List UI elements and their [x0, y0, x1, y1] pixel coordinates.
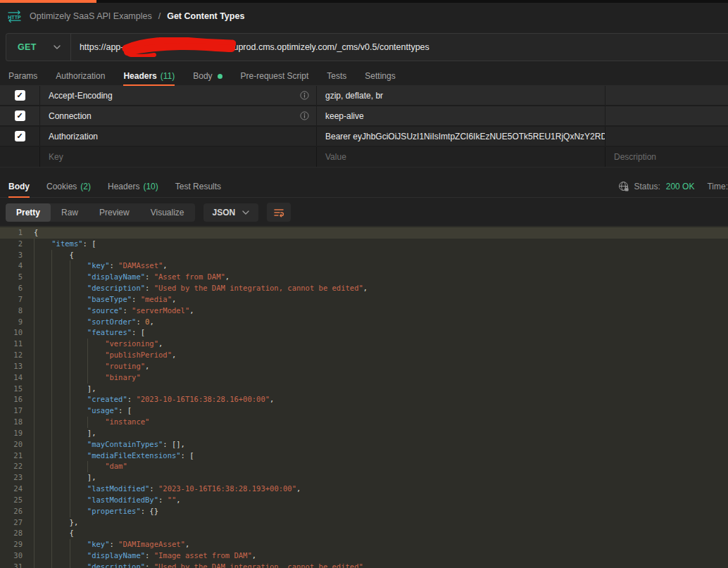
code-line[interactable]: 19],: [0, 428, 728, 439]
request-tab-authorization[interactable]: Authorization: [56, 67, 105, 85]
code-line[interactable]: 31"description": "Used by the DAM integr…: [0, 562, 728, 568]
request-url-bar: GET https://app- uprod.cms.optimizely.co…: [6, 33, 728, 61]
description-placeholder[interactable]: Description: [605, 147, 728, 167]
response-tabs: BodyCookies(2)Headers(10)Test Results: [0, 176, 230, 197]
method-selector[interactable]: GET: [6, 34, 70, 61]
globe-lock-icon: [618, 181, 629, 192]
response-tab-cookies[interactable]: Cookies(2): [46, 176, 91, 197]
header-placeholder-row: KeyValueDescription: [0, 147, 728, 168]
breadcrumb-separator: /: [158, 11, 161, 21]
postman-window: HTTP Optimizely SaaS API Examples / Get …: [0, 0, 728, 568]
breadcrumb-collection[interactable]: Optimizely SaaS API Examples: [30, 11, 152, 21]
header-key-cell[interactable]: Accept-Encoding: [40, 86, 317, 105]
line-number: 19: [0, 428, 23, 439]
line-number: 20: [0, 439, 23, 450]
code-line[interactable]: 6"description": "Used by the DAM integra…: [0, 283, 728, 294]
request-tab-pre-request-script[interactable]: Pre-request Script: [241, 67, 309, 85]
code-text: "properties": {}: [34, 506, 158, 517]
line-number: 5: [0, 272, 23, 283]
headers-table: ✓Accept-Encodinggzip, deflate, br✓Connec…: [0, 86, 728, 168]
code-line[interactable]: 4"key": "DAMAsset",: [0, 260, 728, 272]
response-tab-headers[interactable]: Headers(10): [108, 176, 158, 197]
code-text: "binary": [34, 372, 141, 384]
response-body-editor[interactable]: 1{2"items": [3{4"key": "DAMAsset",5"disp…: [0, 226, 728, 568]
header-description-cell[interactable]: [605, 86, 728, 105]
header-value-cell[interactable]: gzip, deflate, br: [317, 86, 605, 105]
code-line[interactable]: 17"usage": [: [0, 405, 728, 417]
code-line[interactable]: 22"dam": [0, 461, 728, 472]
code-line[interactable]: 21"mediaFileExtensions": [: [0, 450, 728, 462]
line-number: 12: [0, 350, 23, 361]
checkbox-cell: ✓: [0, 106, 40, 125]
wrap-lines-button[interactable]: [267, 203, 291, 222]
code-line[interactable]: 24"lastModified": "2023-10-16T16:38:28.1…: [0, 484, 728, 495]
code-line[interactable]: 3{: [0, 250, 728, 261]
format-dropdown[interactable]: JSON: [203, 203, 259, 222]
line-number: 30: [0, 550, 23, 562]
view-tab-pretty[interactable]: Pretty: [6, 203, 51, 222]
value-placeholder[interactable]: Value: [317, 147, 605, 167]
code-text: "publishPeriod",: [34, 350, 176, 361]
line-number: 27: [0, 517, 23, 529]
view-tab-visualize[interactable]: Visualize: [140, 203, 195, 222]
code-line[interactable]: 27},: [0, 517, 728, 529]
request-tab-body[interactable]: Body: [193, 67, 222, 85]
header-description-cell[interactable]: [605, 127, 728, 146]
code-line[interactable]: 28{: [0, 528, 728, 539]
line-number: 3: [0, 250, 23, 261]
header-value-cell[interactable]: keep-alive: [317, 106, 605, 125]
header-key: Connection: [49, 111, 92, 121]
view-tab-raw[interactable]: Raw: [51, 203, 89, 222]
breadcrumb-request-name: Get Content Types: [167, 11, 244, 21]
code-line[interactable]: 9"sortOrder": 0,: [0, 317, 728, 328]
code-text: "key": "DAMAsset",: [34, 260, 168, 272]
view-tab-preview[interactable]: Preview: [89, 203, 140, 222]
code-line[interactable]: 16"created": "2023-10-16T16:38:28.16+00:…: [0, 394, 728, 405]
code-text: "description": "Used by the DAM integrat…: [34, 283, 368, 294]
code-line[interactable]: 7"baseType": "media",: [0, 294, 728, 305]
response-view-tabs: PrettyRawPreviewVisualize: [6, 203, 195, 222]
redaction-scribble: [122, 37, 236, 57]
code-line[interactable]: 11"versioning",: [0, 339, 728, 350]
header-description-cell[interactable]: [605, 106, 728, 125]
checkbox-cell: ✓: [0, 86, 40, 105]
code-line[interactable]: 13"routing",: [0, 361, 728, 372]
url-input[interactable]: https://app- uprod.cms.optimizely.com/_c…: [71, 37, 438, 57]
code-text: "displayName": "Asset from DAM",: [34, 272, 230, 283]
code-line[interactable]: 5"displayName": "Asset from DAM",: [0, 272, 728, 283]
request-tab-params[interactable]: Params: [8, 67, 37, 85]
header-value-cell[interactable]: Bearer eyJhbGciOiJSUzI1NiIsImtpZCI6IkEzN…: [317, 127, 605, 146]
code-line[interactable]: 26"properties": {}: [0, 506, 728, 517]
code-line[interactable]: 29"key": "DAMImageAsset",: [0, 539, 728, 550]
code-line[interactable]: 14"binary": [0, 372, 728, 384]
code-line[interactable]: 25"lastModifiedBy": "",: [0, 495, 728, 506]
code-line[interactable]: 18"instance": [0, 417, 728, 428]
status-value[interactable]: 200 OK: [666, 182, 695, 191]
tab-label: Body: [193, 71, 212, 81]
key-placeholder[interactable]: Key: [40, 147, 317, 167]
header-key-cell[interactable]: Authorization: [40, 127, 317, 146]
request-tab-settings[interactable]: Settings: [365, 67, 395, 85]
response-toolbar: PrettyRawPreviewVisualize JSON: [0, 198, 728, 226]
code-line[interactable]: 15],: [0, 384, 728, 395]
request-tab-tests[interactable]: Tests: [327, 67, 346, 85]
code-line[interactable]: 10"features": [: [0, 327, 728, 339]
checkbox-checked[interactable]: ✓: [15, 111, 25, 121]
line-number: 7: [0, 294, 23, 305]
code-line[interactable]: 2"items": [: [0, 239, 728, 250]
code-line[interactable]: 30"displayName": "Image asset from DAM",: [0, 550, 728, 562]
code-line[interactable]: 8"source": "serverModel",: [0, 305, 728, 317]
code-text: {: [34, 227, 38, 239]
request-tab-headers[interactable]: Headers(11): [123, 67, 175, 85]
code-line[interactable]: 20"mayContainTypes": [],: [0, 439, 728, 450]
tab-count: (2): [80, 182, 91, 191]
code-line[interactable]: 23],: [0, 472, 728, 484]
header-key-cell[interactable]: Connection: [40, 106, 317, 125]
checkbox-checked[interactable]: ✓: [15, 131, 25, 141]
code-line[interactable]: 12"publishPeriod",: [0, 350, 728, 361]
response-tab-body[interactable]: Body: [8, 176, 30, 197]
checkbox-checked[interactable]: ✓: [15, 90, 25, 101]
code-line[interactable]: 1{: [0, 227, 728, 239]
code-text: "lastModified": "2023-10-16T16:38:28.193…: [34, 484, 301, 495]
response-tab-test-results[interactable]: Test Results: [175, 176, 221, 197]
